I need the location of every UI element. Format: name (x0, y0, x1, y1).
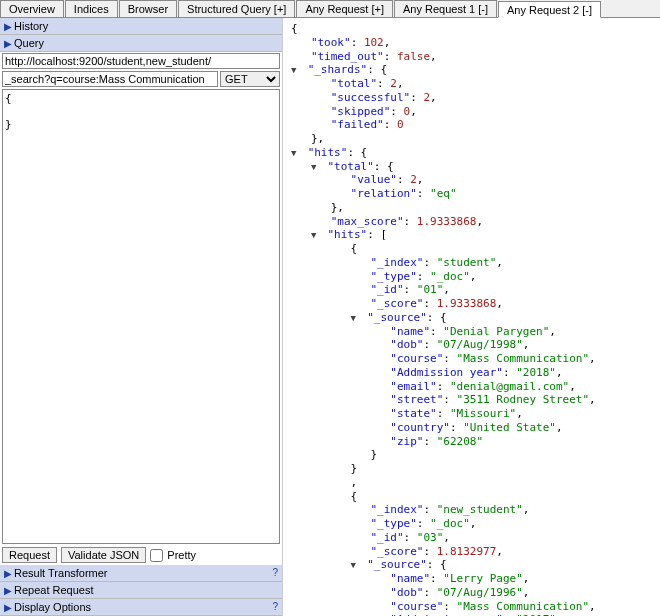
help-icon[interactable]: ? (272, 567, 278, 578)
response-panel: { "took": 102, "timed_out": false, ▼ "_s… (283, 18, 660, 616)
left-panel: ▶History ▶Query GET { } Request Validate… (0, 18, 283, 616)
tab-bar: Overview Indices Browser Structured Quer… (0, 0, 660, 18)
tab-structured-query[interactable]: Structured Query [+] (178, 0, 295, 17)
section-repeat-request-label: Repeat Request (14, 584, 94, 596)
section-history[interactable]: ▶History (0, 18, 282, 35)
request-button[interactable]: Request (2, 547, 57, 563)
tab-indices[interactable]: Indices (65, 0, 118, 17)
path-input[interactable] (2, 71, 218, 87)
chevron-right-icon: ▶ (4, 38, 12, 49)
section-repeat-request[interactable]: ▶Repeat Request (0, 582, 282, 599)
body-textarea[interactable]: { } (2, 89, 280, 544)
section-result-transformer[interactable]: ▶Result Transformer ? (0, 565, 282, 582)
validate-json-button[interactable]: Validate JSON (61, 547, 146, 563)
section-display-options-label: Display Options (14, 601, 91, 613)
section-query-label: Query (14, 37, 44, 49)
tab-overview[interactable]: Overview (0, 0, 64, 17)
tab-any-request-2[interactable]: Any Request 2 [-] (498, 1, 601, 18)
chevron-right-icon: ▶ (4, 585, 12, 596)
url-input[interactable] (2, 53, 280, 69)
chevron-right-icon: ▶ (4, 21, 12, 32)
section-query[interactable]: ▶Query (0, 35, 282, 52)
pretty-checkbox[interactable] (150, 549, 163, 562)
help-icon[interactable]: ? (272, 601, 278, 612)
section-history-label: History (14, 20, 48, 32)
pretty-label: Pretty (167, 549, 196, 561)
chevron-right-icon: ▶ (4, 568, 12, 579)
tab-any-request[interactable]: Any Request [+] (296, 0, 393, 17)
section-result-transformer-label: Result Transformer (14, 567, 108, 579)
chevron-right-icon: ▶ (4, 602, 12, 613)
tab-browser[interactable]: Browser (119, 0, 177, 17)
tab-any-request-1[interactable]: Any Request 1 [-] (394, 0, 497, 17)
section-display-options[interactable]: ▶Display Options ? (0, 599, 282, 616)
method-select[interactable]: GET (220, 71, 280, 87)
